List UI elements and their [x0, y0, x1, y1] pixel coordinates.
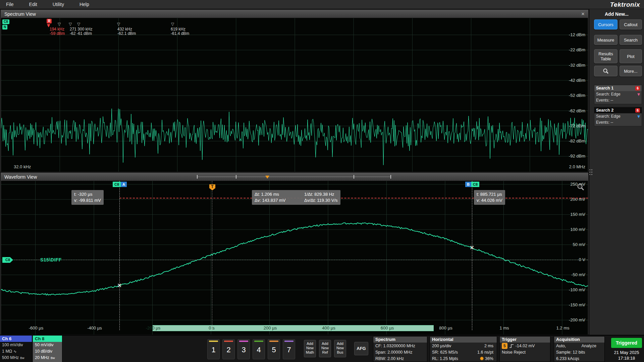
channel-5-button[interactable]: 5: [268, 339, 280, 359]
cursor-a-id: A: [121, 182, 127, 187]
ch8-bandwidth: 20 MHz: [35, 355, 49, 361]
menu-file[interactable]: File: [6, 2, 14, 7]
channel-3-button[interactable]: 3: [237, 339, 250, 359]
time-axis-label: 600 µs: [376, 325, 399, 330]
rbw: RBW: 2.00 kHz: [375, 356, 404, 362]
plot-button[interactable]: Plot: [620, 49, 642, 63]
search-2-events: Events: --: [596, 120, 613, 125]
spectrum-view-titlebar[interactable]: Spectrum View ×: [1, 10, 588, 18]
ac-coupling-icon: ∿: [13, 349, 16, 354]
search-1-panel[interactable]: Search 1 6 Search: Edge ▼ Events: --: [594, 85, 642, 104]
cursors-button[interactable]: Cursors: [594, 19, 618, 29]
menu-utility[interactable]: Utility: [53, 2, 64, 7]
voltage-axis-label: 100 mV: [570, 227, 585, 232]
datetime: 21 May 2025 17:18:18: [611, 350, 642, 361]
more-button[interactable]: More...: [620, 66, 642, 76]
dbm-axis-label: -82 dBm: [569, 138, 585, 143]
measure-button[interactable]: Measure: [594, 35, 618, 45]
search-2-panel[interactable]: Search 2 6 Search: Edge ▼ Events: --: [594, 107, 642, 126]
panel-drag-handle[interactable]: [589, 169, 593, 175]
peak-marker-icon[interactable]: ▽: [58, 22, 61, 26]
results-table-button[interactable]: Results Table: [594, 49, 618, 63]
channel-4-button[interactable]: 4: [253, 339, 265, 359]
channel-8-block[interactable]: Ch 8 50 mV/div 10 dB/div 20 MHzBw: [33, 336, 62, 362]
afg-button[interactable]: AFG: [354, 342, 368, 355]
spectrum-settings-panel[interactable]: Spectrum CF: 1.03200000 MHz Span: 2.0000…: [373, 336, 427, 362]
spectrum-view-title: Spectrum View: [4, 11, 36, 17]
cursor-delta-readout: Δt: 1.206 ms 1/Δt: 829.38 Hz Δv: 143.837…: [252, 190, 340, 205]
menu-bar: File Edit Utility Help: [0, 0, 644, 9]
voltage-axis-label: -100 mV: [569, 287, 585, 292]
acq-analyze: Analyze: [582, 343, 596, 349]
search-2-marker-icon: ▼: [637, 114, 640, 119]
acquisition-settings-panel[interactable]: Acquisition Auto, Analyze Sample: 12 bit…: [554, 336, 605, 362]
menu-help[interactable]: Help: [79, 2, 89, 7]
dbm-axis-label: -72 dBm: [569, 123, 585, 128]
dbm-axis-label: -92 dBm: [569, 154, 585, 159]
close-icon[interactable]: ×: [581, 11, 585, 17]
peak-marker-icon[interactable]: ▽: [77, 22, 80, 26]
time-axis-label: 1.2 ms: [551, 325, 575, 330]
right-sidebar: Add New... Cursors Callout Measure Searc…: [589, 9, 644, 335]
reference-level-line[interactable]: [119, 198, 588, 198]
spectrum-normal-badge[interactable]: N: [2, 25, 7, 29]
delta-freq: 1/Δt: 829.38 Hz: [304, 191, 338, 197]
trace-label[interactable]: S15\DIFF: [40, 257, 62, 262]
channel-number: 1: [208, 342, 219, 358]
search-1-title: Search 1: [596, 86, 613, 90]
cursor-a-line[interactable]: [119, 181, 120, 330]
search-2-mode: Search: Edge: [596, 114, 621, 119]
dbm-axis-label: -42 dBm: [569, 78, 585, 83]
position-percent: 36%: [485, 356, 493, 361]
peak-marker-icon[interactable]: ▽: [69, 22, 72, 26]
add-new-ref-button[interactable]: Add New Ref: [319, 340, 331, 357]
search-1-marker-icon: ▼: [637, 92, 640, 97]
spectrum-channel-badge[interactable]: C8: [2, 19, 9, 24]
callout-button[interactable]: Callout: [620, 19, 642, 29]
cursor-b-line[interactable]: [472, 181, 472, 330]
center-frequency: CF: 1.03200000 MHz: [375, 343, 415, 349]
zoom-range-bracket[interactable]: [197, 175, 391, 179]
cursor-b-badge[interactable]: B C8: [465, 182, 479, 187]
ch8-db-scale: 10 dB/div: [35, 349, 52, 354]
channel-1-button[interactable]: 1: [207, 339, 220, 359]
channel-number: 7: [283, 342, 295, 358]
record-length: RL: 1.25 Mpts: [432, 356, 458, 362]
channel-7-button[interactable]: 7: [283, 339, 295, 359]
cursor-b-readout: t: 885.721 µs v: 44.026 mV: [474, 190, 505, 205]
spectrum-grid-svg: [1, 18, 588, 172]
trigger-position-line[interactable]: [212, 181, 212, 330]
voltage-axis-label: 150 mV: [570, 212, 585, 217]
search-1-events: Events: --: [596, 98, 613, 103]
zoom-tool-button[interactable]: [594, 66, 618, 76]
cursor-a-badge[interactable]: C8 A: [113, 182, 127, 187]
marker-ampl-label: -62 -61 dBm: [70, 32, 92, 36]
trigger-position-marker[interactable]: [265, 176, 269, 179]
peak-marker-icon[interactable]: ▽: [117, 22, 120, 26]
reference-marker-badge[interactable]: R: [47, 19, 52, 23]
spectrum-plot[interactable]: C8 N R ▼ 194 kHz -59 dBm 32.0 kHz 2.0 MH…: [1, 18, 588, 172]
add-new-bus-button[interactable]: Add New Bus: [334, 340, 346, 357]
cursor-a-voltage: v: -99.811 mV: [74, 197, 101, 203]
peak-marker-icon[interactable]: ▽: [171, 22, 174, 26]
waveform-plot[interactable]: T C8 A B C8 t: -320 µs v: -99.811 mV Δt:…: [1, 181, 588, 335]
channel-2-button[interactable]: 2: [222, 339, 235, 359]
waveform-view-panel: Waveform View T C8 A B C8 t: -320 µs: [1, 173, 588, 335]
horizontal-settings-panel[interactable]: Horizontal 200 µs/div 2 ms SR: 625 MS/s …: [430, 336, 497, 362]
acquisition-settings-title: Acquisition: [554, 337, 604, 343]
voltage-axis-label: -50 mV: [571, 272, 585, 277]
spectrum-settings-title: Spectrum: [373, 337, 427, 343]
zoom-icon[interactable]: [577, 183, 585, 191]
oscilloscope-app: File Edit Utility Help Tektronix Spectru…: [0, 0, 644, 362]
cursor-b-channel: C8: [471, 182, 479, 187]
menu-edit[interactable]: Edit: [29, 2, 37, 7]
channel-8-header: Ch 8: [33, 336, 62, 342]
channel-6-block[interactable]: Ch 6 100 mV/div 1 MΩ∿ 500 MHzBw: [0, 336, 32, 362]
voltage-axis-label: 50 mV: [573, 242, 585, 247]
search-button[interactable]: Search: [620, 35, 642, 45]
bandwidth-limit-icon: Bw: [20, 355, 24, 361]
cursor-a-readout: t: -320 µs v: -99.811 mV: [71, 190, 104, 205]
add-new-math-button[interactable]: Add New Math: [304, 340, 316, 357]
dbm-axis-label: -22 dBm: [569, 47, 585, 52]
trigger-settings-panel[interactable]: Trigger 5 -14.02 mV Noise Reject: [499, 336, 550, 362]
